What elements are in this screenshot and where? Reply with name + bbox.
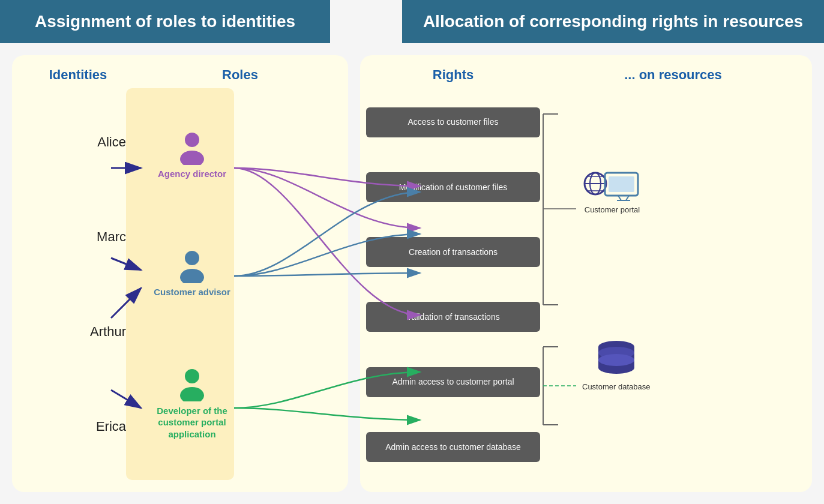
svg-point-0	[185, 133, 199, 147]
rights-column: Access to customer files Modification of…	[366, 89, 540, 480]
identity-erica: Erica	[18, 419, 138, 434]
svg-rect-20	[609, 176, 634, 192]
svg-point-2	[185, 251, 199, 265]
right-admin-database: Admin access to customer database	[366, 432, 540, 462]
right-content: Access to customer files Modification of…	[366, 89, 806, 480]
svg-point-1	[180, 151, 204, 165]
marc-label: Marc	[97, 229, 126, 245]
svg-point-5	[180, 387, 204, 401]
right-access-customer-files: Access to customer files	[366, 107, 540, 137]
right-modification-customer-files: Modification of customer files	[366, 172, 540, 202]
header-gap	[330, 0, 402, 43]
header-row: Assignment of roles to identities Alloca…	[0, 0, 824, 43]
role-customer-advisor: Customer advisor	[154, 247, 230, 297]
right-creation-transactions: Creation of transactions	[366, 237, 540, 267]
customer-advisor-icon	[174, 247, 210, 283]
svg-point-28	[598, 354, 634, 366]
customer-advisor-label: Customer advisor	[154, 287, 230, 297]
erica-label: Erica	[96, 419, 126, 434]
main-area: Identities Roles Alice Marc Arthur Erica	[0, 43, 824, 504]
customer-portal-icon	[582, 161, 642, 203]
alice-label: Alice	[97, 134, 126, 150]
left-panel: Identities Roles Alice Marc Arthur Erica	[12, 55, 348, 492]
customer-database-label: Customer database	[582, 382, 650, 391]
identities-column: Alice Marc Arthur Erica	[18, 89, 138, 480]
rights-col-header: Rights	[366, 67, 540, 83]
identity-alice: Alice	[18, 134, 138, 150]
resource-brackets-svg	[540, 89, 806, 480]
roles-column: Agency director Customer advisor	[138, 89, 246, 480]
role-agency-director: Agency director	[158, 129, 226, 179]
svg-point-4	[185, 369, 199, 383]
roles-col-header: Roles	[138, 67, 342, 83]
customer-database-resource: Customer database	[582, 338, 650, 391]
customer-portal-label: Customer portal	[585, 205, 640, 214]
right-validation-transactions: Validation of transactions	[366, 302, 540, 332]
developer-icon	[174, 365, 210, 401]
right-col-headers: Rights ... on resources	[366, 67, 806, 83]
identity-marc: Marc	[18, 229, 138, 245]
svg-point-3	[180, 269, 204, 283]
right-admin-portal: Admin access to customer portal	[366, 367, 540, 397]
resources-column: Customer portal Customer database	[540, 89, 806, 480]
role-developer: Developer of the customer portal applica…	[138, 365, 246, 440]
header-left: Assignment of roles to identities	[0, 0, 330, 43]
identity-arthur: Arthur	[18, 324, 138, 340]
agency-director-icon	[174, 129, 210, 165]
arthur-label: Arthur	[90, 324, 126, 340]
customer-portal-resource: Customer portal	[582, 161, 642, 214]
developer-label: Developer of the customer portal applica…	[138, 405, 246, 440]
identities-col-header: Identities	[18, 67, 138, 83]
resources-col-header: ... on resources	[540, 67, 806, 83]
left-col-headers: Identities Roles	[18, 67, 342, 83]
header-right: Allocation of corresponding rights in re…	[402, 0, 824, 43]
left-content: Alice Marc Arthur Erica	[18, 89, 342, 480]
customer-database-icon	[592, 338, 640, 380]
right-panel: Rights ... on resources Access to custom…	[360, 55, 812, 492]
agency-director-label: Agency director	[158, 169, 226, 179]
